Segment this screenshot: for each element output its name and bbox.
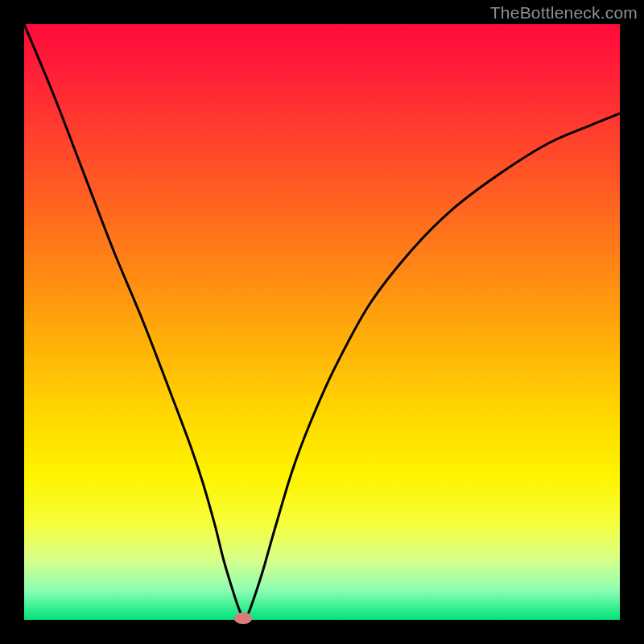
plot-area [24,24,620,620]
chart-container: TheBottleneck.com [0,0,644,644]
curve-svg [24,24,620,620]
bottleneck-curve-path [24,24,620,618]
watermark-text: TheBottleneck.com [490,3,638,23]
optimum-marker [234,613,252,624]
